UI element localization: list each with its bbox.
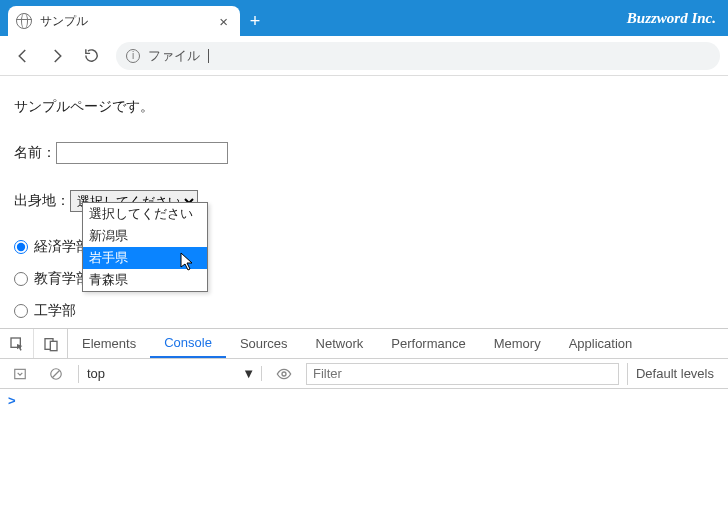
log-levels-selector[interactable]: Default levels — [627, 363, 722, 385]
address-text: ファイル — [148, 47, 200, 65]
reload-button[interactable] — [76, 41, 106, 71]
tab-sources[interactable]: Sources — [226, 329, 302, 358]
tab-title: サンプル — [40, 13, 207, 30]
radio-engineering[interactable]: 工学部 — [14, 302, 714, 320]
info-icon: i — [126, 49, 140, 63]
eye-icon[interactable] — [270, 363, 298, 385]
clear-console-icon[interactable] — [42, 363, 70, 385]
tab-network[interactable]: Network — [302, 329, 378, 358]
tab-console[interactable]: Console — [150, 329, 226, 358]
context-value: top — [87, 366, 105, 381]
text-cursor — [208, 49, 209, 63]
console-body[interactable]: > — [0, 389, 728, 520]
close-icon[interactable]: × — [215, 13, 232, 30]
browser-titlebar: サンプル × + Buzzword Inc. — [0, 0, 728, 36]
svg-point-6 — [282, 372, 286, 376]
separator — [78, 365, 79, 383]
back-button[interactable] — [8, 41, 38, 71]
globe-icon — [16, 13, 32, 29]
devtools-tabs: Elements Console Sources Network Perform… — [0, 329, 728, 359]
tab-elements[interactable]: Elements — [68, 329, 150, 358]
browser-toolbar: i ファイル — [0, 36, 728, 76]
name-label: 名前： — [14, 144, 56, 162]
svg-line-5 — [53, 370, 60, 377]
new-tab-button[interactable]: + — [240, 6, 270, 36]
chevron-down-icon: ▼ — [242, 366, 255, 381]
inspect-icon[interactable] — [0, 329, 34, 358]
console-sidebar-toggle-icon[interactable] — [6, 363, 34, 385]
svg-rect-2 — [50, 341, 57, 350]
console-filter-input[interactable] — [306, 363, 619, 385]
address-bar[interactable]: i ファイル — [116, 42, 720, 70]
browser-tab[interactable]: サンプル × — [8, 6, 240, 36]
page-heading: サンプルページです。 — [14, 98, 714, 116]
forward-button[interactable] — [42, 41, 72, 71]
origin-dropdown-popup[interactable]: 選択してください 新潟県 岩手県 青森県 — [82, 202, 208, 292]
tab-memory[interactable]: Memory — [480, 329, 555, 358]
execution-context-selector[interactable]: top ▼ — [87, 366, 262, 381]
dropdown-option-highlighted[interactable]: 岩手県 — [83, 247, 207, 269]
dropdown-option[interactable]: 新潟県 — [83, 225, 207, 247]
dropdown-option[interactable]: 選択してください — [83, 203, 207, 225]
dropdown-option[interactable]: 青森県 — [83, 269, 207, 291]
devtools-panel: Elements Console Sources Network Perform… — [0, 328, 728, 520]
brand-label: Buzzword Inc. — [627, 0, 716, 36]
svg-rect-3 — [15, 369, 26, 378]
tab-application[interactable]: Application — [555, 329, 647, 358]
radio-input[interactable] — [14, 304, 28, 318]
name-input[interactable] — [56, 142, 228, 164]
origin-label: 出身地： — [14, 192, 70, 210]
name-row: 名前： — [14, 142, 714, 164]
radio-input[interactable] — [14, 272, 28, 286]
radio-input[interactable] — [14, 240, 28, 254]
console-prompt: > — [8, 393, 16, 408]
levels-label: Default levels — [636, 366, 714, 381]
tab-performance[interactable]: Performance — [377, 329, 479, 358]
device-toggle-icon[interactable] — [34, 329, 68, 358]
console-toolbar: top ▼ Default levels — [0, 359, 728, 389]
radio-label: 工学部 — [34, 302, 76, 320]
